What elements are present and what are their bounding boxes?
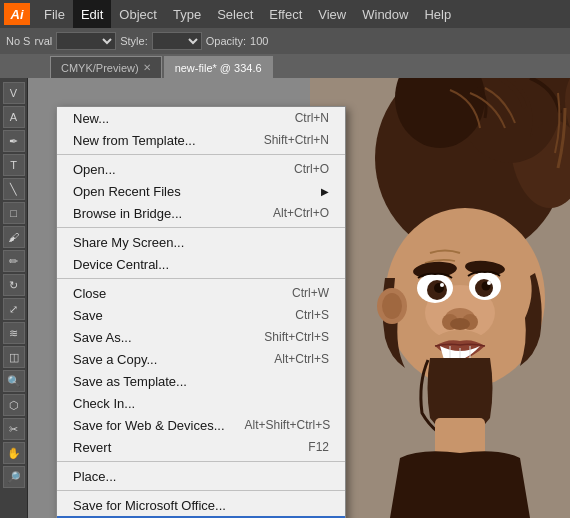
menu-item-revert[interactable]: Revert F12 (57, 436, 345, 458)
menu-effect[interactable]: Effect (261, 0, 310, 28)
interval-label: rval (34, 35, 52, 47)
menu-item-save[interactable]: Save Ctrl+S (57, 304, 345, 326)
tool-warp[interactable]: ≋ (3, 322, 25, 344)
tab-new-file[interactable]: new-file* @ 334.6 (164, 56, 273, 78)
interval-select[interactable] (56, 32, 116, 50)
tabbar: CMYK/Preview) ✕ new-file* @ 334.6 (0, 54, 570, 78)
menu-item-browse-bridge[interactable]: Browse in Bridge... Alt+Ctrl+O (57, 202, 345, 224)
menu-item-new[interactable]: New... Ctrl+N (57, 107, 345, 129)
svg-point-20 (450, 318, 470, 330)
tool-scissors[interactable]: ✂ (3, 418, 25, 440)
submenu-arrow-recent: ▶ (321, 186, 329, 197)
separator-2 (57, 227, 345, 228)
tool-line[interactable]: ╲ (3, 178, 25, 200)
tool-direct-selection[interactable]: A (3, 106, 25, 128)
menu-item-check-in[interactable]: Check In... (57, 392, 345, 414)
menubar: Ai File Edit Object Type Select Effect V… (0, 0, 570, 28)
menu-help[interactable]: Help (416, 0, 459, 28)
tool-selection[interactable]: V (3, 82, 25, 104)
menu-item-new-template[interactable]: New from Template... Shift+Ctrl+N (57, 129, 345, 151)
tab-cmyk[interactable]: CMYK/Preview) ✕ (50, 56, 162, 78)
menu-item-close[interactable]: Close Ctrl+W (57, 282, 345, 304)
menu-item-share-screen[interactable]: Share My Screen... (57, 231, 345, 253)
tool-pen[interactable]: ✒ (3, 130, 25, 152)
tool-pencil[interactable]: ✏ (3, 250, 25, 272)
menu-select[interactable]: Select (209, 0, 261, 28)
tool-rotate[interactable]: ↻ (3, 274, 25, 296)
app-logo: Ai (4, 3, 30, 25)
style-label: Style: (120, 35, 148, 47)
options-toolbar: No S rval Style: Opacity: 100 (0, 28, 570, 54)
menu-item-open-recent[interactable]: Open Recent Files ▶ (57, 180, 345, 202)
menu-item-open[interactable]: Open... Ctrl+O (57, 158, 345, 180)
separator-5 (57, 490, 345, 491)
opacity-value: 100 (250, 35, 268, 47)
file-menu-dropdown[interactable]: New... Ctrl+N New from Template... Shift… (56, 106, 346, 518)
svg-point-23 (382, 293, 402, 319)
menu-window[interactable]: Window (354, 0, 416, 28)
menu-edit[interactable]: Edit (73, 0, 111, 28)
svg-point-15 (440, 283, 444, 287)
menu-item-save-copy[interactable]: Save a Copy... Alt+Ctrl+S (57, 348, 345, 370)
tool-hand[interactable]: ✋ (3, 442, 25, 464)
separator-3 (57, 278, 345, 279)
tool-text[interactable]: T (3, 154, 25, 176)
tool-paintbrush[interactable]: 🖌 (3, 226, 25, 248)
menu-file[interactable]: File (36, 0, 73, 28)
menu-view[interactable]: View (310, 0, 354, 28)
tool-eyedropper[interactable]: 🔍 (3, 370, 25, 392)
separator-4 (57, 461, 345, 462)
tool-rectangle[interactable]: □ (3, 202, 25, 224)
menu-item-save-web[interactable]: Save for Web & Devices... Alt+Shift+Ctrl… (57, 414, 345, 436)
artwork (310, 78, 570, 518)
separator-1 (57, 154, 345, 155)
tools-sidebar: V A ✒ T ╲ □ 🖌 ✏ ↻ ⤢ ≋ ◫ 🔍 ⬡ ✂ ✋ 🔎 (0, 78, 28, 518)
menu-item-place[interactable]: Place... (57, 465, 345, 487)
main-area: V A ✒ T ╲ □ 🖌 ✏ ↻ ⤢ ≋ ◫ 🔍 ⬡ ✂ ✋ 🔎 (0, 78, 570, 518)
menu-type[interactable]: Type (165, 0, 209, 28)
menu-item-device-central[interactable]: Device Central... (57, 253, 345, 275)
tool-scale[interactable]: ⤢ (3, 298, 25, 320)
menu-object[interactable]: Object (111, 0, 165, 28)
tab-close-cmyk[interactable]: ✕ (143, 62, 151, 73)
menu-item-save-template[interactable]: Save as Template... (57, 370, 345, 392)
menu-item-save-as[interactable]: Save As... Shift+Ctrl+S (57, 326, 345, 348)
style-select[interactable] (152, 32, 202, 50)
tool-gradient[interactable]: ◫ (3, 346, 25, 368)
tool-blend[interactable]: ⬡ (3, 394, 25, 416)
tool-zoom[interactable]: 🔎 (3, 466, 25, 488)
menu-item-save-ms-office[interactable]: Save for Microsoft Office... (57, 494, 345, 516)
opacity-label: Opacity: (206, 35, 246, 47)
svg-point-16 (487, 281, 491, 285)
no-style-label: No S (6, 35, 30, 47)
